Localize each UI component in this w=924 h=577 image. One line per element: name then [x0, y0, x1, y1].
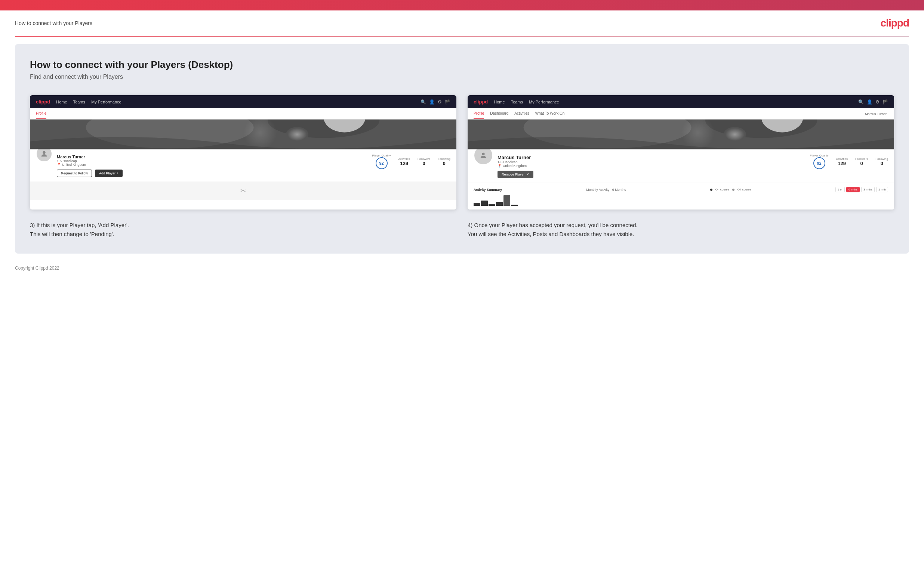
main-content: How to connect with your Players (Deskto…	[15, 44, 909, 253]
stats-row-left: Player Quality 92 Activities 129 Followe…	[372, 154, 451, 169]
settings-icon-right[interactable]: ⚙	[876, 99, 880, 105]
time-btn-1mth[interactable]: 1 mth	[876, 187, 888, 192]
following-left: Following 0	[438, 157, 451, 166]
profile-info-left: Marcus Turner 1-5 Handicap 📍 United King…	[57, 154, 368, 177]
logo: clippd	[880, 17, 909, 29]
screenshots-row: clippd Home Teams My Performance 🔍 👤 ⚙ 🏴…	[30, 95, 894, 210]
add-player-button[interactable]: Add Player +	[95, 169, 123, 177]
search-icon-right[interactable]: 🔍	[858, 99, 864, 105]
copyright: Copyright Clippd 2022	[15, 266, 60, 271]
legend-off: Off course	[737, 188, 751, 191]
activities-left: Activities 129	[398, 157, 410, 166]
nav-icons-right: 🔍 👤 ⚙ 🏴	[858, 99, 888, 105]
nav-myperformance-right[interactable]: My Performance	[529, 100, 559, 104]
svg-point-11	[482, 153, 485, 155]
location-icon-left: 📍	[57, 163, 61, 166]
legend-dot-off	[732, 189, 735, 191]
country-right: 📍 United Kingdom	[498, 164, 806, 168]
activity-period: Monthly Activity · 6 Months	[586, 188, 626, 192]
header-title: How to connect with your Players	[15, 20, 92, 26]
app-logo-right: clippd	[473, 99, 488, 105]
description-text-left: 3) If this is your Player tap, 'Add Play…	[30, 221, 456, 239]
handicap-right: 1-5 Handicap	[498, 160, 806, 164]
description-left: 3) If this is your Player tap, 'Add Play…	[30, 221, 456, 239]
app-logo-left: clippd	[36, 99, 50, 105]
profile-buttons-left: Request to Follow Add Player +	[57, 169, 368, 177]
chart-bar-large	[504, 195, 510, 206]
time-buttons: 1 yr 6 mths 3 mths 1 mth	[835, 187, 888, 192]
quality-circle-right: 92	[813, 157, 825, 169]
profile-buttons-right: Remove Player ✕	[498, 171, 806, 178]
app-nav-left: clippd Home Teams My Performance 🔍 👤 ⚙ 🏴	[30, 95, 456, 108]
nav-teams-right[interactable]: Teams	[511, 100, 523, 104]
user-dropdown-right[interactable]: Marcus Turner	[865, 112, 888, 116]
description-text-right: 4) Once your Player has accepted your re…	[468, 221, 894, 239]
activity-header: Activity Summary Monthly Activity · 6 Mo…	[473, 187, 888, 192]
following-right: Following 0	[876, 157, 888, 166]
svg-point-5	[43, 151, 45, 154]
nav-myperformance-left[interactable]: My Performance	[91, 100, 121, 104]
app-tabs-right: Profile Dashboard Activities What To Wor…	[468, 108, 894, 119]
player-name-left: Marcus Turner	[57, 155, 368, 159]
description-right: 4) Once your Player has accepted your re…	[468, 221, 894, 239]
footer: Copyright Clippd 2022	[0, 261, 924, 275]
chart-bar	[473, 203, 480, 206]
tab-profile-left[interactable]: Profile	[36, 108, 46, 119]
screenshot-bottom-left: ✂	[30, 182, 456, 200]
user-icon-left[interactable]: 👤	[429, 99, 435, 105]
page-subheading: Find and connect with your Players	[30, 74, 894, 80]
chart-area	[473, 195, 888, 206]
legend-dot-on	[710, 189, 712, 191]
hero-image-right	[468, 119, 894, 149]
player-name-right: Marcus Turner	[498, 155, 806, 160]
user-icon-right[interactable]: 👤	[867, 99, 872, 105]
nav-home-right[interactable]: Home	[494, 100, 505, 104]
stats-row-right: Player Quality 92 Activities 129 Followe…	[810, 154, 888, 169]
legend-on: On course	[716, 188, 729, 191]
tab-dashboard-right[interactable]: Dashboard	[490, 108, 508, 119]
nav-icons-left: 🔍 👤 ⚙ 🏴	[420, 99, 451, 105]
activity-summary: Activity Summary Monthly Activity · 6 Mo…	[468, 183, 894, 210]
request-follow-button[interactable]: Request to Follow	[57, 169, 92, 177]
tab-activities-right[interactable]: Activities	[514, 108, 529, 119]
nav-home-left[interactable]: Home	[56, 100, 67, 104]
country-left: 📍 United Kingdom	[57, 163, 368, 166]
app-nav-right: clippd Home Teams My Performance 🔍 👤 ⚙ 🏴	[468, 95, 894, 108]
tab-profile-right[interactable]: Profile	[473, 108, 484, 119]
handicap-left: 1-5 Handicap	[57, 159, 368, 163]
scissors-icon: ✂	[240, 187, 246, 195]
time-btn-6mths[interactable]: 6 mths	[846, 187, 860, 192]
header: How to connect with your Players clippd	[0, 10, 924, 36]
player-quality-right: Player Quality 92	[810, 154, 829, 169]
activity-legend: On course Off course	[710, 188, 751, 191]
quality-circle-left: 92	[376, 157, 388, 169]
chart-bar	[511, 205, 518, 206]
page-heading: How to connect with your Players (Deskto…	[30, 59, 894, 71]
time-btn-3mths[interactable]: 3 mths	[861, 187, 875, 192]
screenshot-left: clippd Home Teams My Performance 🔍 👤 ⚙ 🏴…	[30, 95, 456, 210]
search-icon-left[interactable]: 🔍	[420, 99, 426, 105]
close-icon: ✕	[526, 172, 529, 176]
descriptions-row: 3) If this is your Player tap, 'Add Play…	[30, 221, 894, 239]
activity-title: Activity Summary	[473, 188, 502, 192]
flag-icon-right: 🏴	[882, 99, 888, 105]
player-quality-left: Player Quality 92	[372, 154, 391, 169]
settings-icon-left[interactable]: ⚙	[438, 99, 442, 105]
location-icon-right: 📍	[498, 164, 502, 168]
profile-section-right: Marcus Turner 1-5 Handicap 📍 United King…	[468, 149, 894, 183]
top-bar	[0, 0, 924, 10]
remove-player-button[interactable]: Remove Player ✕	[498, 171, 533, 178]
chart-bar	[496, 202, 503, 206]
app-tabs-left: Profile	[30, 108, 456, 119]
nav-teams-left[interactable]: Teams	[73, 100, 85, 104]
tab-whattoworkon-right[interactable]: What To Work On	[535, 108, 565, 119]
hero-image-left	[30, 119, 456, 149]
chart-bar	[481, 201, 488, 206]
followers-left: Followers 0	[418, 157, 430, 166]
profile-section-left: Marcus Turner 1-5 Handicap 📍 United King…	[30, 149, 456, 182]
screenshot-right: clippd Home Teams My Performance 🔍 👤 ⚙ 🏴…	[468, 95, 894, 210]
followers-right: Followers 0	[855, 157, 868, 166]
profile-info-right: Marcus Turner 1-5 Handicap 📍 United King…	[498, 154, 806, 178]
flag-icon-left: 🏴	[445, 99, 451, 105]
time-btn-1yr[interactable]: 1 yr	[835, 187, 845, 192]
